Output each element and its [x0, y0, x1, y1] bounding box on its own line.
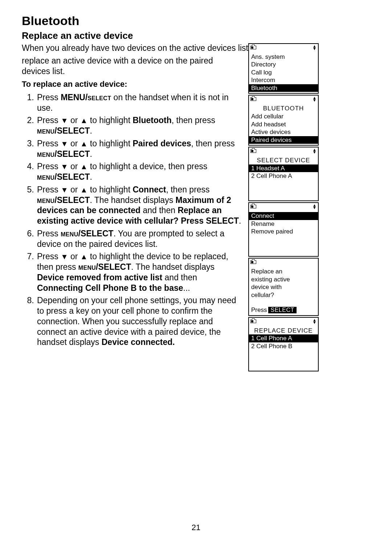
step-7: Press ▼ or ▲ to highlight the device to …	[36, 251, 243, 293]
step-1: Press MENU/select on the handset when it…	[36, 92, 243, 113]
prompt-line: Replace an	[249, 268, 318, 276]
menu-item-highlighted: Bluetooth	[249, 84, 318, 92]
menu-item-highlighted: Paired devices	[249, 136, 318, 144]
screen-connect-menu: ▲▼ Connect Rename Remove paired	[248, 202, 319, 257]
left-column: replace an active device with a device o…	[22, 56, 243, 371]
down-triangle-icon: ▼	[61, 139, 68, 148]
prompt-line: cellular?	[249, 291, 318, 299]
right-column-screens: ▲▼ Ans. system Directory Call log Interc…	[248, 43, 319, 371]
menu-item: Add cellular	[249, 113, 318, 121]
menu-item: Active devices	[249, 128, 318, 136]
page-title: Bluetooth	[22, 14, 370, 28]
screen-bluetooth-menu: ▲▼ BLUETOOTH Add cellular Add headset Ac…	[248, 95, 319, 146]
battery-icon	[250, 205, 256, 208]
menu-item: 2 Cell Phone A	[249, 172, 318, 180]
updown-arrows-icon: ▲▼	[313, 149, 317, 154]
battery-icon	[250, 149, 256, 153]
step-5: Press ▼ or ▲ to highlight Connect, then …	[36, 184, 243, 226]
battery-icon	[250, 97, 256, 101]
menu-item: Remove paired	[249, 228, 318, 236]
battery-icon	[250, 46, 256, 49]
updown-arrows-icon: ▲▼	[313, 45, 317, 50]
procedure-heading: To replace an active device:	[22, 79, 243, 89]
battery-icon	[250, 260, 256, 264]
up-triangle-icon: ▲	[80, 252, 87, 261]
prompt-action: PressSELECT	[249, 299, 318, 314]
up-triangle-icon: ▲	[80, 162, 87, 171]
step-2: Press ▼ or ▲ to highlight Bluetooth, the…	[36, 115, 243, 136]
steps-list: Press MENU/select on the handset when it…	[22, 92, 243, 347]
menu-item-highlighted: 1 Cell Phone A	[249, 334, 318, 342]
menu-item: Directory	[249, 61, 318, 69]
up-triangle-icon: ▲	[80, 116, 87, 125]
select-softkey: SELECT	[268, 307, 296, 313]
intro-narrow: replace an active device with a device o…	[22, 56, 243, 77]
updown-arrows-icon: ▲▼	[313, 97, 317, 102]
screen-title: SELECT DEVICE	[249, 156, 318, 164]
step-3: Press ▼ or ▲ to highlight Paired devices…	[36, 138, 243, 159]
screen-main-menu: ▲▼ Ans. system Directory Call log Interc…	[248, 43, 319, 94]
down-triangle-icon: ▼	[61, 252, 68, 261]
updown-arrows-icon: ▲▼	[313, 204, 317, 209]
prompt-line: existing active	[249, 276, 318, 284]
step-8: Depending on your cell phone settings, y…	[36, 295, 243, 347]
menu-item: Intercom	[249, 76, 318, 84]
screen-title: REPLACE DEVICE	[249, 327, 318, 335]
page-number: 21	[0, 523, 392, 532]
step-4: Press ▼ or ▲ to highlight a device, then…	[36, 161, 243, 182]
up-triangle-icon: ▲	[80, 186, 87, 194]
down-triangle-icon: ▼	[61, 116, 68, 125]
step-6: Press menu/SELECT. You are prompted to s…	[36, 228, 243, 249]
screen-replace-device: ▲▼ REPLACE DEVICE 1 Cell Phone A 2 Cell …	[248, 317, 319, 371]
menu-item: 2 Cell Phone B	[249, 342, 318, 350]
up-triangle-icon: ▲	[80, 139, 87, 148]
menu-item-highlighted: 1 Headset A	[249, 164, 318, 172]
manual-page: Bluetooth Replace an active device When …	[0, 0, 392, 371]
screen-select-device: ▲▼ SELECT DEVICE 1 Headset A 2 Cell Phon…	[248, 147, 319, 201]
menu-item: Call log	[249, 69, 318, 77]
screen-replace-prompt: Replace an existing active device with c…	[248, 258, 319, 316]
down-triangle-icon: ▼	[61, 186, 68, 194]
updown-arrows-icon: ▲▼	[313, 319, 317, 324]
menu-item: Ans. system	[249, 53, 318, 61]
prompt-line: device with	[249, 283, 318, 291]
screen-title: BLUETOOTH	[249, 105, 318, 113]
menu-item: Add headset	[249, 121, 318, 129]
section-title: Replace an active device	[22, 30, 370, 41]
menu-item-highlighted: Connect	[249, 212, 318, 220]
menu-item: Rename	[249, 220, 318, 228]
down-triangle-icon: ▼	[61, 162, 68, 171]
battery-icon	[250, 320, 256, 323]
